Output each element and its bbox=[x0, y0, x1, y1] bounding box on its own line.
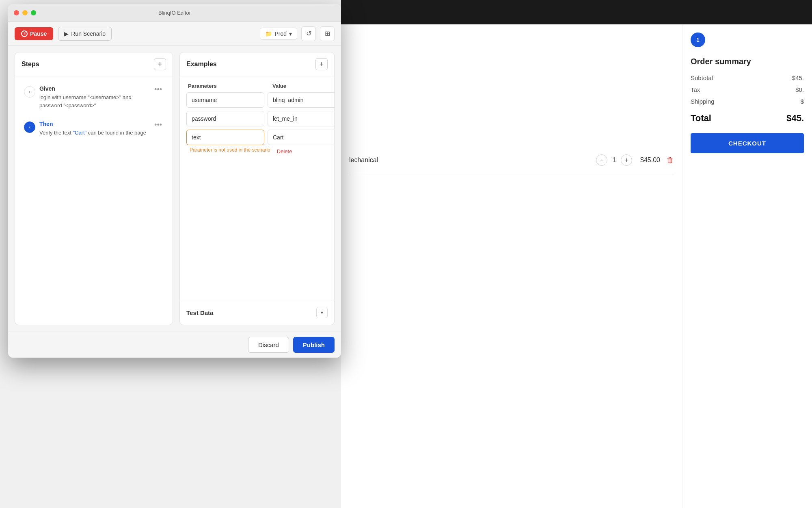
quantity-decrease-btn[interactable]: − bbox=[596, 154, 607, 166]
pause-icon: ⏸ bbox=[21, 30, 28, 37]
refresh-button[interactable]: ↺ bbox=[301, 26, 316, 41]
subtotal-row: Subtotal $45. bbox=[691, 74, 804, 81]
value-input-text[interactable] bbox=[268, 130, 334, 145]
quantity-controls: − 1 + bbox=[596, 154, 632, 166]
fullscreen-button[interactable] bbox=[31, 10, 36, 15]
order-summary-panel: 1 Order summary Subtotal $45. Tax $0. Sh… bbox=[682, 24, 812, 508]
folder-icon: 📁 bbox=[265, 30, 272, 37]
chevron-down-icon: ▾ bbox=[289, 30, 292, 37]
given-description: login with username "<username>" and pas… bbox=[39, 93, 149, 109]
given-content: Given login with username "<username>" a… bbox=[39, 85, 149, 109]
editor-main: Steps + › Given login with username "<us… bbox=[8, 46, 341, 332]
refresh-icon: ↺ bbox=[306, 30, 311, 37]
shipping-value: $ bbox=[801, 98, 804, 105]
add-step-button[interactable]: + bbox=[154, 58, 166, 70]
cart-link[interactable]: "Cart" bbox=[73, 130, 86, 136]
shipping-label: Shipping bbox=[691, 98, 714, 105]
environment-selector[interactable]: 📁 Prod ▾ bbox=[260, 28, 297, 40]
env-label: Prod bbox=[274, 30, 287, 37]
value-column-header: Value bbox=[272, 83, 326, 89]
minimize-button[interactable] bbox=[22, 10, 28, 15]
params-header: Parameters Value bbox=[186, 83, 328, 89]
subtotal-label: Subtotal bbox=[691, 74, 713, 81]
param-row-text-wrapper: 🗑 Parameter is not used in the scenario … bbox=[186, 130, 328, 154]
add-example-button[interactable]: + bbox=[315, 58, 328, 70]
steps-list: › Given login with username "<username>"… bbox=[15, 76, 173, 325]
test-data-title: Test Data bbox=[186, 309, 213, 316]
test-data-section: Test Data ▾ bbox=[180, 300, 334, 325]
remove-product-icon[interactable]: 🗑 bbox=[667, 156, 674, 165]
subtotal-value: $45. bbox=[792, 74, 804, 81]
pause-button[interactable]: ⏸ Pause bbox=[15, 27, 53, 40]
param-row-text: 🗑 bbox=[186, 130, 328, 145]
checkout-button[interactable]: CHECKOUT bbox=[691, 133, 804, 153]
publish-button[interactable]: Publish bbox=[293, 337, 335, 353]
param-error-message: Parameter is not used in the scenario bbox=[188, 147, 270, 153]
layout-button[interactable]: ⊞ bbox=[320, 26, 335, 41]
given-expand-icon[interactable]: › bbox=[24, 86, 35, 98]
given-more-icon[interactable]: ••• bbox=[153, 85, 164, 94]
steps-panel: Steps + › Given login with username "<us… bbox=[15, 52, 173, 325]
given-label: Given bbox=[39, 85, 149, 92]
shipping-row: Shipping $ bbox=[691, 98, 804, 105]
layout-icon: ⊞ bbox=[325, 30, 330, 37]
quantity-increase-btn[interactable]: + bbox=[621, 154, 632, 166]
params-column-header: Parameters bbox=[188, 83, 269, 89]
window-title: BlinqIO Editor bbox=[158, 10, 191, 16]
page-content: lechanical − 1 + $45.00 🗑 bbox=[341, 24, 682, 508]
discard-button[interactable]: Discard bbox=[248, 337, 289, 353]
examples-panel: Examples + Parameters Value 🗑 bbox=[179, 52, 335, 325]
param-row-password: 🗑 bbox=[186, 111, 328, 126]
test-data-chevron-icon[interactable]: ▾ bbox=[316, 307, 328, 318]
test-data-header[interactable]: Test Data ▾ bbox=[180, 300, 334, 325]
examples-title: Examples bbox=[186, 61, 217, 68]
examples-content: Parameters Value 🗑 🗑 bbox=[180, 76, 334, 300]
tax-value: $0. bbox=[795, 86, 804, 93]
param-input-password[interactable] bbox=[186, 111, 264, 126]
value-input-password[interactable] bbox=[268, 111, 334, 126]
run-scenario-button[interactable]: ▶ Run Scenario bbox=[58, 27, 112, 41]
editor-bottom-actions: Discard Publish bbox=[8, 332, 341, 358]
param-input-username[interactable] bbox=[186, 92, 264, 108]
editor-window: BlinqIO Editor ⏸ Pause ▶ Run Scenario 📁 … bbox=[8, 4, 341, 358]
cart-badge: 1 bbox=[691, 33, 705, 47]
param-row-username: 🗑 bbox=[186, 92, 328, 108]
traffic-lights bbox=[14, 10, 36, 15]
order-summary-title: Order summary bbox=[691, 57, 804, 66]
step-given: › Given login with username "<username>"… bbox=[20, 81, 168, 113]
product-price: $45.00 bbox=[640, 156, 660, 164]
delete-link[interactable]: Delete bbox=[277, 148, 292, 154]
pause-label: Pause bbox=[30, 30, 47, 37]
total-value: $45. bbox=[786, 113, 804, 124]
product-row: lechanical − 1 + $45.00 🗑 bbox=[349, 146, 674, 174]
toolbar: ⏸ Pause ▶ Run Scenario 📁 Prod ▾ ↺ ⊞ bbox=[8, 22, 341, 46]
tax-row: Tax $0. bbox=[691, 86, 804, 93]
then-description: Verify the text "Cart" can be found in t… bbox=[39, 129, 149, 137]
then-more-icon[interactable]: ••• bbox=[153, 121, 164, 129]
title-bar: BlinqIO Editor bbox=[8, 4, 341, 22]
param-input-text[interactable] bbox=[186, 130, 264, 145]
toolbar-right: 📁 Prod ▾ ↺ ⊞ bbox=[260, 26, 335, 41]
then-content: Then Verify the text "Cart" can be found… bbox=[39, 121, 149, 137]
dark-navbar bbox=[341, 0, 812, 24]
play-icon: ▶ bbox=[64, 30, 69, 37]
tax-label: Tax bbox=[691, 86, 700, 93]
close-button[interactable] bbox=[14, 10, 19, 15]
total-row: Total $45. bbox=[691, 113, 804, 124]
step-then: ‹ Then Verify the text "Cart" can be fou… bbox=[20, 117, 168, 141]
steps-panel-header: Steps + bbox=[15, 52, 173, 76]
then-label: Then bbox=[39, 121, 149, 127]
value-input-username[interactable] bbox=[268, 92, 334, 108]
product-name: lechanical bbox=[349, 156, 596, 164]
quantity-value: 1 bbox=[612, 156, 616, 164]
then-expand-icon[interactable]: ‹ bbox=[24, 122, 35, 133]
total-label: Total bbox=[691, 113, 711, 124]
run-label: Run Scenario bbox=[71, 30, 106, 37]
steps-title: Steps bbox=[22, 61, 39, 68]
examples-panel-header: Examples + bbox=[180, 52, 334, 76]
